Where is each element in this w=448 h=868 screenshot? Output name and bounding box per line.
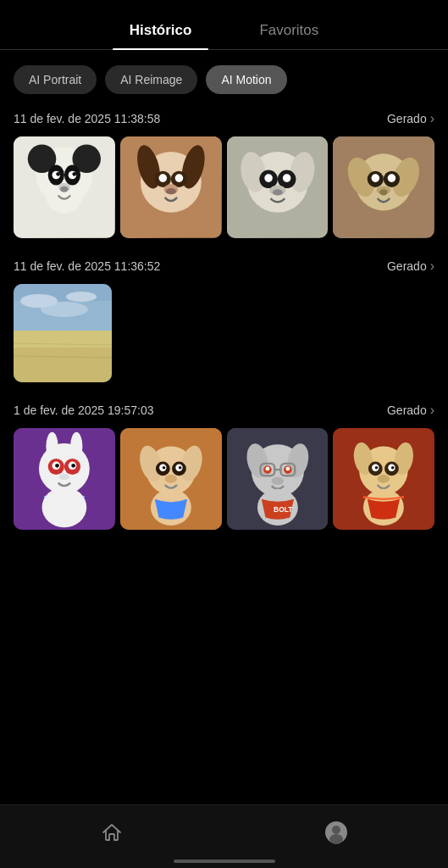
svg-point-63: [71, 464, 75, 468]
svg-point-20: [158, 174, 167, 182]
section-1-date: 11 de fev. de 2025 11:38:58: [14, 112, 160, 125]
svg-point-106: [329, 834, 343, 844]
thumbnail-bolt2[interactable]: [120, 428, 222, 530]
home-icon: [100, 821, 124, 844]
thumbnail-dog3[interactable]: [227, 136, 329, 238]
chip-ai-motion[interactable]: AI Motion: [206, 65, 286, 94]
home-nav-button[interactable]: [66, 817, 158, 848]
section-2-chevron-icon: ›: [430, 259, 434, 274]
svg-point-33: [272, 189, 282, 195]
svg-point-49: [41, 302, 88, 317]
bottom-nav: [0, 804, 448, 868]
svg-point-89: [271, 476, 283, 485]
section-2: 11 de fev. de 2025 11:36:52 Gerado ›: [0, 259, 448, 382]
section-1: 11 de fev. de 2025 11:38:58 Gerado ›: [0, 111, 448, 238]
section-3-image-grid: BOLT: [14, 428, 434, 530]
section-2-image-grid: [14, 284, 434, 382]
section-3-header: 1 de fev. de 2025 19:57:03 Gerado ›: [14, 403, 434, 418]
svg-point-62: [55, 464, 59, 468]
section-2-status[interactable]: Gerado ›: [387, 259, 434, 274]
svg-point-30: [264, 174, 273, 182]
svg-point-40: [372, 174, 380, 182]
chip-ai-portrait[interactable]: AI Portrait: [14, 65, 97, 94]
thumbnail-bolt4[interactable]: [333, 428, 434, 530]
svg-point-87: [265, 466, 269, 470]
thumbnail-bolt1[interactable]: [14, 428, 115, 530]
svg-point-74: [162, 466, 165, 470]
section-3-status[interactable]: Gerado ›: [387, 403, 434, 418]
filter-chips-row: AI Portrait AI Reimage AI Motion: [0, 65, 448, 94]
section-3: 1 de fev. de 2025 19:57:03 Gerado ›: [0, 403, 448, 530]
svg-point-101: [391, 466, 395, 470]
svg-point-43: [379, 189, 388, 195]
section-2-header: 11 de fev. de 2025 11:36:52 Gerado ›: [14, 259, 434, 274]
svg-point-105: [332, 826, 340, 834]
section-2-status-label: Gerado: [387, 259, 427, 273]
thumbnail-dog2[interactable]: [120, 136, 222, 238]
svg-point-10: [72, 172, 76, 176]
tab-favoritos[interactable]: Favoritos: [225, 14, 352, 49]
section-3-chevron-icon: ›: [430, 403, 434, 418]
thumbnail-panda[interactable]: [14, 136, 115, 238]
svg-point-65: [42, 487, 87, 527]
thumbnail-landscape[interactable]: [14, 284, 112, 382]
svg-point-100: [375, 466, 379, 470]
top-tab-bar: Histórico Favoritos: [0, 0, 448, 50]
profile-icon: [324, 821, 348, 844]
section-1-header: 11 de fev. de 2025 11:38:58 Gerado ›: [14, 111, 434, 126]
thumbnail-bolt3[interactable]: BOLT: [227, 428, 329, 530]
svg-point-31: [282, 174, 290, 182]
section-1-status-label: Gerado: [387, 112, 427, 125]
svg-point-48: [66, 292, 97, 302]
svg-point-9: [56, 172, 60, 176]
svg-point-23: [166, 188, 176, 194]
svg-point-102: [378, 475, 390, 483]
bottom-handle: [174, 860, 275, 863]
thumbnail-dog4[interactable]: [333, 136, 434, 238]
svg-point-88: [285, 466, 290, 470]
section-3-status-label: Gerado: [387, 403, 427, 417]
chip-ai-reimage[interactable]: AI Reimage: [105, 65, 197, 94]
svg-point-75: [179, 466, 182, 470]
svg-point-76: [164, 475, 176, 483]
svg-text:BOLT: BOLT: [274, 505, 293, 514]
svg-point-64: [59, 474, 69, 480]
svg-point-57: [70, 432, 82, 461]
section-1-chevron-icon: ›: [430, 111, 434, 126]
svg-point-21: [174, 174, 183, 182]
section-2-date: 11 de fev. de 2025 11:36:52: [14, 259, 160, 273]
svg-point-56: [46, 432, 58, 461]
svg-point-12: [60, 186, 69, 192]
tab-historico[interactable]: Histórico: [96, 14, 226, 49]
profile-nav-button[interactable]: [290, 817, 382, 848]
section-3-date: 1 de fev. de 2025 19:57:03: [14, 403, 154, 417]
svg-point-41: [388, 174, 396, 182]
section-1-status[interactable]: Gerado ›: [387, 111, 434, 126]
section-1-image-grid: [14, 136, 434, 238]
